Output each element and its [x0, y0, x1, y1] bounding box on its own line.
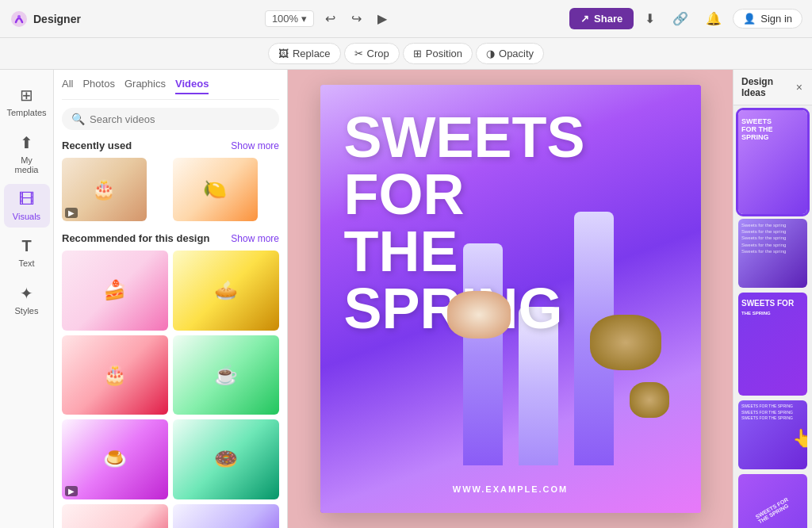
- signin-button[interactable]: 👤 Sign in: [733, 9, 802, 29]
- recently-used-grid: 🎂 ▶ 🍋: [62, 158, 279, 221]
- food-item-2: [590, 315, 661, 370]
- tab-all[interactable]: All: [62, 78, 73, 94]
- sidebar-item-my-media[interactable]: ⬆ My media: [4, 127, 50, 181]
- rec-thumb-3: 🎂: [62, 335, 168, 415]
- topbar: Designer 100% ▾ ↩ ↪ ▶ ↗ Share ⬇ 🔗 🔔 👤 Si…: [0, 0, 812, 38]
- share-icon: ↗: [580, 13, 589, 25]
- food-item-1: [447, 291, 511, 339]
- close-design-ideas-button[interactable]: ×: [795, 81, 804, 94]
- idea-title-4: SWEETS FOR THE SPRINGSWEETS FOR THE SPRI…: [741, 404, 804, 422]
- media-thumb-rec-6[interactable]: 🍩: [173, 419, 279, 499]
- rec-thumb-7: 🧁: [62, 504, 168, 529]
- media-tabs: All Photos Graphics Videos: [62, 78, 279, 100]
- main-content: ⊞ Templates ⬆ My media 🎞 Visuals T Text …: [0, 70, 812, 528]
- redo-button[interactable]: ↪: [347, 8, 366, 29]
- left-sidebar: ⊞ Templates ⬆ My media 🎞 Visuals T Text …: [0, 70, 54, 528]
- position-icon: ⊞: [413, 48, 422, 59]
- my-media-label: My media: [9, 155, 45, 174]
- opacity-button[interactable]: ◑ Opacity: [476, 43, 544, 64]
- design-ideas-title: Design Ideas: [741, 76, 795, 98]
- design-ideas-header: Design Ideas ×: [733, 70, 812, 105]
- idea-preview-3: SWEETS FORTHE SPRING: [738, 293, 807, 396]
- video-badge-5: ▶: [65, 486, 78, 496]
- sidebar-item-templates[interactable]: ⊞ Templates: [4, 79, 50, 124]
- tab-videos[interactable]: Videos: [175, 78, 209, 94]
- idea-title-1: Sweetsfor thespring: [741, 118, 773, 142]
- styles-label: Styles: [15, 306, 39, 316]
- media-thumb-rec-2[interactable]: 🥧: [173, 251, 279, 331]
- design-idea-card-3[interactable]: SWEETS FORTHE SPRING: [738, 293, 807, 396]
- sidebar-item-visuals[interactable]: 🎞 Visuals: [4, 184, 50, 228]
- design-idea-card-4[interactable]: SWEETS FOR THE SPRINGSWEETS FOR THE SPRI…: [738, 400, 807, 469]
- tab-photos[interactable]: Photos: [82, 78, 114, 94]
- idea-preview-5: SWEETS FORTHE SPRING: [738, 474, 807, 528]
- download-button[interactable]: ⬇: [638, 8, 661, 29]
- replace-label: Replace: [293, 48, 331, 59]
- recommended-show-more[interactable]: Show more: [231, 233, 279, 244]
- logo-icon: [10, 10, 29, 29]
- idea-title-5: SWEETS FORTHE SPRING: [754, 497, 791, 525]
- design-idea-card-5[interactable]: SWEETS FORTHE SPRING: [738, 474, 807, 528]
- visuals-icon: 🎞: [19, 190, 35, 209]
- crop-label: Crop: [367, 48, 389, 59]
- media-thumb-rec-8[interactable]: 🍪 ▶: [173, 504, 279, 529]
- media-thumb-rec-5[interactable]: 🍮 ▶: [62, 419, 168, 499]
- title-line2: FOR: [344, 166, 585, 223]
- styles-icon: ✦: [20, 284, 33, 303]
- media-thumb-recent-1[interactable]: 🎂 ▶: [62, 158, 147, 221]
- design-idea-card-1[interactable]: Sweetsfor thespring: [738, 110, 807, 214]
- media-panel: All Photos Graphics Videos 🔍 Recently us…: [54, 70, 288, 528]
- search-box[interactable]: 🔍: [62, 108, 279, 130]
- recently-used-show-more[interactable]: Show more: [231, 140, 279, 151]
- opacity-label: Opacity: [499, 48, 534, 59]
- recommended-header: Recommended for this design Show more: [62, 232, 279, 244]
- text-icon: T: [21, 237, 31, 255]
- recommended-grid: 🍰 🥧 🎂 ☕ 🍮 ▶ 🍩 🧁 🍪 ▶: [62, 251, 279, 528]
- zoom-control[interactable]: 100% ▾: [265, 10, 314, 27]
- rec-thumb-5: 🍮: [62, 419, 168, 499]
- position-label: Position: [426, 48, 462, 59]
- sidebar-item-styles[interactable]: ✦ Styles: [4, 277, 50, 322]
- design-idea-card-2[interactable]: Sweets for the springSweets for the spri…: [738, 219, 807, 288]
- media-thumb-rec-1[interactable]: 🍰: [62, 251, 168, 331]
- share-button[interactable]: ↗ Share: [569, 8, 634, 29]
- canvas-url[interactable]: WWW.EXAMPLE.COM: [453, 484, 569, 494]
- share-link-button[interactable]: 🔗: [666, 8, 695, 29]
- crop-icon: ✂: [354, 48, 363, 59]
- recently-used-title: Recently used: [62, 140, 132, 151]
- design-ideas-panel: Design Ideas × Sweetsfor thespring Sweet…: [733, 70, 812, 528]
- idea-preview-2: Sweets for the springSweets for the spri…: [738, 219, 807, 288]
- tab-graphics[interactable]: Graphics: [124, 78, 166, 94]
- crop-button[interactable]: ✂ Crop: [344, 43, 400, 64]
- food-item-3: [630, 382, 669, 418]
- title-line1: SWEETS: [344, 109, 585, 166]
- position-button[interactable]: ⊞ Position: [403, 43, 473, 64]
- replace-button[interactable]: 🖼 Replace: [268, 43, 341, 64]
- search-input[interactable]: [90, 113, 270, 125]
- rec-thumb-2: 🥧: [173, 251, 279, 331]
- play-button[interactable]: ▶: [373, 8, 392, 29]
- image-toolbar: 🖼 Replace ✂ Crop ⊞ Position ◑ Opacity: [0, 38, 812, 70]
- media-thumb-rec-3[interactable]: 🎂: [62, 335, 168, 415]
- recommended-title: Recommended for this design: [62, 232, 209, 244]
- rec-thumb-1: 🍰: [62, 251, 168, 331]
- my-media-icon: ⬆: [20, 133, 33, 152]
- share-label: Share: [594, 13, 622, 25]
- sidebar-item-text[interactable]: T Text: [4, 231, 50, 274]
- zoom-chevron-icon: ▾: [301, 13, 307, 25]
- signin-label: Sign in: [760, 13, 792, 25]
- search-icon: 🔍: [71, 113, 85, 125]
- user-icon: 👤: [743, 13, 756, 25]
- media-thumb-recent-2[interactable]: 🍋: [173, 158, 258, 221]
- media-thumb-rec-4[interactable]: ☕: [173, 335, 279, 415]
- undo-button[interactable]: ↩: [320, 8, 340, 29]
- media-thumb-rec-7[interactable]: 🧁: [62, 504, 168, 529]
- title-line3: THE: [344, 223, 585, 280]
- zoom-value: 100%: [272, 13, 298, 25]
- idea-preview-1: Sweetsfor thespring: [738, 110, 807, 214]
- canvas-frame[interactable]: SWEETS FOR THE SPRING WWW.EXAMPLE.COM: [320, 85, 701, 513]
- idea-title-2: Sweets for the springSweets for the spri…: [741, 222, 804, 255]
- notifications-button[interactable]: 🔔: [699, 8, 728, 29]
- canvas-area: SWEETS FOR THE SPRING WWW.EXAMPLE.COM: [288, 70, 733, 528]
- app-title: Designer: [33, 13, 81, 25]
